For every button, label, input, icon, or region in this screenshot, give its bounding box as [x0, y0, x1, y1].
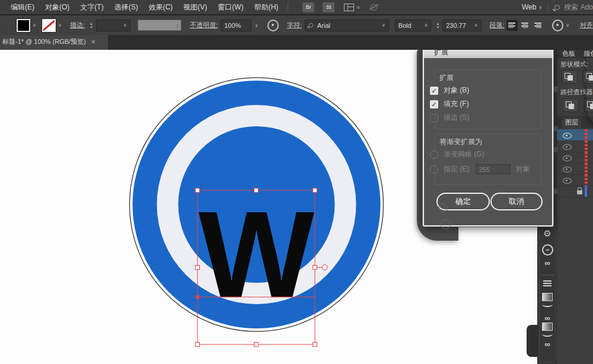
layer-color-bar: [585, 152, 588, 163]
stroke-weight-select[interactable]: ∨: [96, 20, 130, 31]
ghost-radio-icon: [439, 203, 448, 212]
cancel-button[interactable]: 取消: [490, 193, 543, 210]
hidden-dock-icon: [553, 87, 557, 92]
gear-icon[interactable]: ⚙: [538, 229, 557, 238]
character-label[interactable]: 字符:: [287, 21, 302, 30]
menu-icon[interactable]: [538, 280, 557, 286]
eye-icon[interactable]: [563, 133, 572, 139]
menu-view[interactable]: 视图(V): [183, 2, 207, 12]
align-left-button[interactable]: [506, 20, 518, 31]
menu-help[interactable]: 帮助(H): [254, 2, 279, 12]
layer-row[interactable]: [557, 129, 593, 141]
font-size-select[interactable]: 230.77∨: [442, 20, 481, 31]
document-tab[interactable]: 标题-1* @ 100% (RGB/预览) ×: [0, 34, 108, 50]
checkbox-checked-icon[interactable]: ✓: [430, 87, 438, 95]
traffic-sign-artwork[interactable]: W: [128, 76, 385, 333]
menu-type[interactable]: 文字(T): [80, 2, 103, 12]
stroke-label[interactable]: 描边:: [70, 21, 85, 30]
search-input[interactable]: 搜索 Ado: [564, 2, 593, 12]
menu-edit[interactable]: 编辑(E): [11, 2, 34, 12]
gradient-icon[interactable]: [538, 323, 557, 331]
illustrator-window: { "menubar": { "items": ["编辑(E)", "对象(O)…: [0, 0, 593, 364]
specify-objects-input: 255: [476, 164, 511, 174]
menu-window[interactable]: 窗口(W): [218, 2, 243, 12]
pathfinder-unite-button[interactable]: [562, 70, 578, 84]
glyph-options-icon[interactable]: [552, 20, 563, 31]
pathfinder-divide-button[interactable]: [563, 98, 579, 112]
chevron-down-icon[interactable]: ∨: [58, 23, 62, 28]
layer-row-locked[interactable]: [557, 186, 593, 197]
align-right-icon: [534, 23, 541, 28]
lock-icon[interactable]: [577, 190, 582, 194]
control-bar: ∨ ∨ 描边: ▲▼ ∨ ∨ 不透明度: 100% › 字符: Arial∨ B…: [0, 14, 593, 35]
arrange-documents-icon[interactable]: [344, 4, 354, 11]
brush-definition-select[interactable]: ∨: [138, 20, 181, 31]
gradient-swoosh-icon: [538, 302, 557, 307]
layer-color-bar: [585, 174, 588, 186]
layer-row[interactable]: [557, 163, 593, 175]
font-size-stepper[interactable]: ▲▼: [436, 22, 439, 29]
eye-icon[interactable]: [563, 178, 572, 184]
tab-swatches[interactable]: 色板: [562, 49, 575, 58]
checkbox-stroke: 描边 (S): [430, 113, 469, 123]
hidden-dock-icon: [553, 126, 557, 131]
dock-collapse-grip[interactable]: [527, 325, 537, 357]
fill-swatch[interactable]: [17, 19, 30, 32]
menu-effect[interactable]: 效果(C): [149, 2, 173, 12]
checkbox-checked-icon[interactable]: ✓: [430, 100, 438, 108]
gradient-swoosh-icon: [538, 331, 557, 337]
layer-color-bar: [585, 163, 588, 174]
layer-row[interactable]: [557, 141, 593, 152]
recolor-wheel-icon[interactable]: [267, 20, 279, 31]
align-panel-label[interactable]: 对齐: [580, 21, 593, 30]
chevron-down-icon[interactable]: ∨: [356, 5, 360, 10]
gradient-group-box: 将渐变扩展为: [435, 134, 541, 185]
checkbox-object[interactable]: ✓ 对象 (B): [430, 85, 469, 95]
font-style-select[interactable]: Bold∨: [395, 20, 432, 31]
menu-select[interactable]: 选择(S): [114, 2, 138, 12]
letter-w-text[interactable]: W: [199, 186, 315, 323]
opacity-arrow-icon[interactable]: ›: [255, 21, 257, 30]
layers-tab-row: 图层 画板: [557, 116, 593, 128]
layer-row[interactable]: [557, 174, 593, 186]
chevron-down-icon[interactable]: ∨: [33, 23, 36, 28]
opacity-label[interactable]: 不透明度:: [190, 21, 218, 30]
search-icon[interactable]: [554, 5, 560, 10]
close-icon[interactable]: ×: [91, 38, 95, 46]
align-left-icon: [508, 23, 515, 28]
layer-row[interactable]: [557, 152, 593, 164]
link-icon[interactable]: ∞: [538, 259, 557, 267]
gradient-group-label: 将渐变扩展为: [439, 137, 482, 147]
stroke-swatch-none[interactable]: [42, 19, 56, 32]
radio-gradient-mesh: 渐变网格 (G): [430, 149, 484, 159]
search-icon: [309, 23, 313, 27]
creative-cloud-icon[interactable]: ∞: [538, 244, 557, 256]
opacity-input[interactable]: 100%: [221, 20, 251, 31]
shape-mode-label: 形状模式:: [560, 60, 588, 69]
link-icon[interactable]: ∞: [538, 314, 557, 322]
align-right-button[interactable]: [533, 20, 544, 31]
eye-icon[interactable]: [563, 144, 572, 150]
chevron-down-icon[interactable]: ∨: [538, 5, 542, 10]
tab-layers[interactable]: 图层: [562, 117, 581, 128]
stroke-weight-stepper[interactable]: ▲▼: [90, 22, 93, 29]
eye-icon[interactable]: [563, 155, 572, 161]
align-center-button[interactable]: [519, 20, 531, 31]
stock-button[interactable]: St: [323, 2, 334, 12]
radio-icon: [430, 165, 438, 174]
chevron-down-icon[interactable]: ∨: [566, 23, 569, 28]
expand-group-label: 扩展: [439, 73, 454, 83]
align-center-icon: [521, 23, 528, 28]
gradient-icon[interactable]: [538, 293, 557, 301]
menu-object[interactable]: 对象(O): [45, 2, 69, 12]
checkbox-fill[interactable]: ✓ 填充 (F): [430, 99, 469, 109]
paragraph-label[interactable]: 段落:: [490, 21, 505, 30]
eye-icon[interactable]: [563, 167, 572, 173]
link-icon[interactable]: ∞: [538, 340, 557, 348]
workspace-switcher[interactable]: Web: [522, 3, 536, 11]
right-panel-dock: 色板 颜色 形状模式: 路径查找器: 图层 画板: [556, 50, 593, 364]
menu-bar: 编辑(E) 对象(O) 文字(T) 选择(S) 效果(C) 视图(V) 窗口(W…: [0, 0, 593, 14]
bridge-button[interactable]: Br: [302, 2, 314, 12]
font-family-select[interactable]: Arial∨: [305, 20, 389, 31]
radio-specify: 指定 (E): 255 对象: [430, 164, 530, 174]
